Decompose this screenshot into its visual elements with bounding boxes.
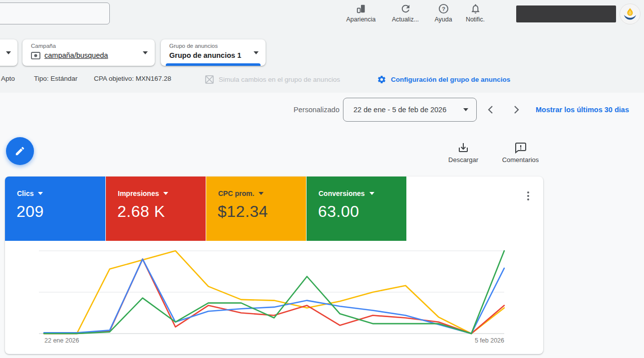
edit-fab-button[interactable]	[6, 137, 34, 165]
metric-value: $12.34	[218, 202, 268, 221]
comments-label: Comentarios	[502, 156, 539, 164]
ad-group-selector-dropdown[interactable]: Grupo de anuncios Grupo de anuncios 1	[161, 39, 266, 66]
chevron-down-icon	[6, 51, 11, 54]
appearance-button[interactable]: Apariencia	[340, 3, 382, 23]
campaign-selector-dropdown[interactable]: Campaña campaña/busqueda	[22, 39, 155, 66]
metric-card-clics[interactable]: Clics 209	[5, 177, 105, 241]
refresh-label: Actualiz...	[392, 16, 419, 23]
metric-card-conversiones[interactable]: Conversiones 63.00	[307, 177, 406, 241]
x-axis-end-label: 5 feb 2026	[464, 337, 504, 344]
previous-period-button[interactable]	[482, 102, 498, 118]
notifications-icon	[470, 3, 481, 14]
chevron-down-icon	[38, 192, 43, 195]
chevron-down-icon	[259, 192, 264, 195]
notifications-button[interactable]: Notific.	[454, 3, 496, 23]
account-avatar[interactable]	[620, 3, 641, 24]
campaign-icon	[31, 52, 40, 59]
active-tab-indicator	[166, 63, 261, 66]
date-range-picker[interactable]: 22 de ene - 5 de feb de 2026	[343, 98, 477, 122]
status-badge: Apto	[1, 75, 15, 82]
kebab-icon	[527, 191, 529, 193]
metric-card-cpc-prom[interactable]: CPC prom. $12.34	[206, 177, 306, 241]
download-icon	[457, 142, 469, 154]
ad-group-selector-value: Grupo de anuncios 1	[169, 51, 241, 59]
metric-value: 2.68 K	[117, 202, 165, 221]
show-last-30-days-link[interactable]: Mostrar los últimos 30 dias	[536, 106, 629, 114]
simulate-icon	[205, 75, 214, 84]
help-icon: ?	[438, 3, 449, 14]
performance-chart-card: Clics 209 Impresiones 2.68 K CPC prom. $…	[5, 177, 543, 354]
metric-label: Clics	[17, 189, 33, 197]
ad-group-settings-button[interactable]: Configuración del grupo de anuncios	[377, 75, 510, 84]
svg-text:?: ?	[441, 6, 445, 12]
account-selector-dropdown[interactable]	[0, 39, 17, 66]
comments-button[interactable]: Comentarios	[497, 142, 544, 164]
gear-icon	[377, 75, 386, 84]
ad-group-selector-label: Grupo de anuncios	[169, 43, 218, 49]
campaign-type-text: Tipo: Estándar	[34, 75, 77, 82]
metric-label: Conversiones	[319, 189, 365, 197]
refresh-button[interactable]: Actualiz...	[384, 3, 426, 23]
appearance-icon	[355, 3, 367, 14]
metric-value: 209	[16, 202, 44, 221]
date-range-mode-label: Personalizado	[283, 106, 339, 114]
chart-menu-button[interactable]	[523, 191, 533, 204]
search-input[interactable]	[0, 2, 110, 24]
metric-value: 63.00	[318, 202, 359, 221]
notifications-label: Notific.	[466, 16, 485, 23]
simulate-changes-label: Simula cambios en el grupo de anuncios	[219, 76, 340, 83]
download-label: Descargar	[448, 156, 478, 164]
comments-icon	[515, 142, 527, 154]
chart-line-clics	[44, 259, 504, 334]
chevron-right-icon	[513, 105, 520, 114]
refresh-icon	[400, 3, 411, 14]
appearance-label: Apariencia	[346, 16, 375, 23]
chevron-down-icon	[143, 51, 148, 54]
chevron-down-icon	[163, 192, 168, 195]
metric-label: CPC prom.	[218, 189, 254, 197]
download-button[interactable]: Descargar	[443, 142, 483, 164]
chevron-down-icon	[254, 51, 259, 54]
metric-label: Impresiones	[118, 189, 159, 197]
pencil-icon	[14, 146, 25, 157]
next-period-button[interactable]	[508, 102, 524, 118]
cpa-target-text: CPA objetivo: MXN167.28	[94, 75, 171, 82]
flame-logo-icon	[622, 5, 639, 22]
help-label: Ayuda	[434, 16, 452, 23]
campaign-selector-value: campaña/busqueda	[44, 51, 108, 59]
chevron-down-icon	[369, 192, 374, 195]
metric-card-impresiones[interactable]: Impresiones 2.68 K	[106, 177, 206, 241]
chevron-down-icon	[463, 108, 468, 111]
ad-group-settings-label: Configuración del grupo de anuncios	[391, 76, 510, 83]
x-axis-start-label: 22 ene 2026	[44, 337, 79, 344]
redacted-account-info	[516, 5, 616, 22]
metrics-chart	[5, 246, 543, 341]
chevron-left-icon	[487, 105, 494, 114]
simulate-changes-button[interactable]: Simula cambios en el grupo de anuncios	[205, 75, 340, 84]
date-range-value: 22 de ene - 5 de feb de 2026	[353, 106, 456, 114]
campaign-selector-label: Campaña	[31, 43, 56, 49]
